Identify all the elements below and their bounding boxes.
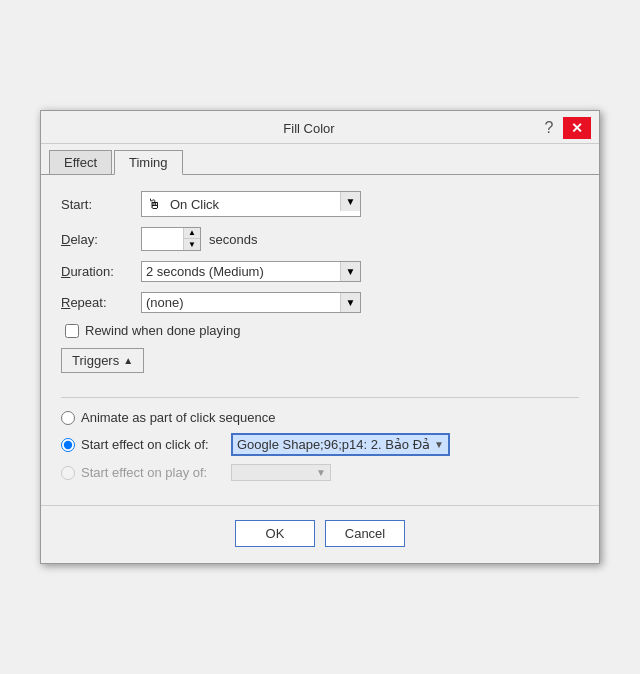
close-button[interactable]: ✕ — [563, 117, 591, 139]
rewind-checkbox[interactable] — [65, 324, 79, 338]
fill-color-dialog: Fill Color ? ✕ Effect Timing Start: 🖱 — [40, 110, 600, 564]
mouse-icon: 🖱 — [142, 192, 166, 216]
duration-select-text: 2 seconds (Medium) — [142, 262, 340, 281]
start-row: Start: 🖱 On Click ▼ — [61, 191, 579, 217]
repeat-select-arrow[interactable]: ▼ — [340, 293, 360, 312]
start-effect-select[interactable]: Google Shape;96;p14: 2. Bảo Đả ▼ — [231, 433, 450, 456]
delay-label: Delay: — [61, 232, 141, 247]
start-effect-radio-label: Start effect on click of: — [81, 437, 231, 452]
start-effect-arrow: ▼ — [434, 439, 444, 450]
duration-control: 2 seconds (Medium) ▼ — [141, 261, 579, 282]
tab-timing[interactable]: Timing — [114, 150, 183, 175]
start-play-radio-row: Start effect on play of: ▼ — [61, 464, 579, 481]
animate-radio-label: Animate as part of click sequence — [81, 410, 275, 425]
help-button[interactable]: ? — [539, 118, 559, 138]
start-effect-radio-row: Start effect on click of: Google Shape;9… — [61, 433, 579, 456]
tab-bar: Effect Timing — [41, 144, 599, 175]
triggers-button[interactable]: Triggers ▲ — [61, 348, 144, 373]
start-effect-value: Google Shape;96;p14: 2. Bảo Đả — [237, 437, 430, 452]
dialog-body: Start: 🖱 On Click ▼ Delay: — [41, 175, 599, 505]
rewind-label: Rewind when done playing — [85, 323, 240, 338]
dialog-footer: OK Cancel — [41, 505, 599, 563]
delay-row: Delay: 0 ▲ ▼ seconds — [61, 227, 579, 251]
start-select-text: On Click — [166, 195, 340, 214]
triggers-section: Triggers ▲ — [61, 348, 579, 385]
delay-down-btn[interactable]: ▼ — [184, 239, 200, 250]
start-control: 🖱 On Click ▼ — [141, 191, 579, 217]
start-label: Start: — [61, 197, 141, 212]
delay-unit: seconds — [209, 232, 257, 247]
title-bar-controls: ? ✕ — [539, 117, 591, 139]
start-play-arrow: ▼ — [316, 467, 326, 478]
delay-up-btn[interactable]: ▲ — [184, 228, 200, 239]
animate-radio[interactable] — [61, 411, 75, 425]
start-select[interactable]: 🖱 On Click ▼ — [141, 191, 361, 217]
tab-effect[interactable]: Effect — [49, 150, 112, 174]
rewind-row: Rewind when done playing — [65, 323, 579, 338]
repeat-select[interactable]: (none) ▼ — [141, 292, 361, 313]
animate-radio-row: Animate as part of click sequence — [61, 410, 579, 425]
delay-spinner[interactable]: 0 ▲ ▼ — [141, 227, 201, 251]
delay-control: 0 ▲ ▼ seconds — [141, 227, 579, 251]
triggers-arrow-icon: ▲ — [123, 355, 133, 366]
repeat-select-text: (none) — [142, 293, 340, 312]
start-effect-radio[interactable] — [61, 438, 75, 452]
ok-button[interactable]: OK — [235, 520, 315, 547]
section-divider — [61, 397, 579, 398]
duration-select[interactable]: 2 seconds (Medium) ▼ — [141, 261, 361, 282]
duration-row: Duration: 2 seconds (Medium) ▼ — [61, 261, 579, 282]
start-select-arrow[interactable]: ▼ — [340, 192, 360, 211]
spinner-buttons: ▲ ▼ — [183, 228, 200, 250]
start-play-radio-label: Start effect on play of: — [81, 465, 231, 480]
cancel-button[interactable]: Cancel — [325, 520, 405, 547]
repeat-label: Repeat: — [61, 295, 141, 310]
start-play-radio[interactable] — [61, 466, 75, 480]
start-play-select: ▼ — [231, 464, 331, 481]
repeat-row: Repeat: (none) ▼ — [61, 292, 579, 313]
dialog-title: Fill Color — [79, 121, 539, 136]
delay-input[interactable]: 0 — [142, 230, 183, 249]
duration-select-arrow[interactable]: ▼ — [340, 262, 360, 281]
title-bar: Fill Color ? ✕ — [41, 111, 599, 144]
duration-label: Duration: — [61, 264, 141, 279]
repeat-control: (none) ▼ — [141, 292, 579, 313]
